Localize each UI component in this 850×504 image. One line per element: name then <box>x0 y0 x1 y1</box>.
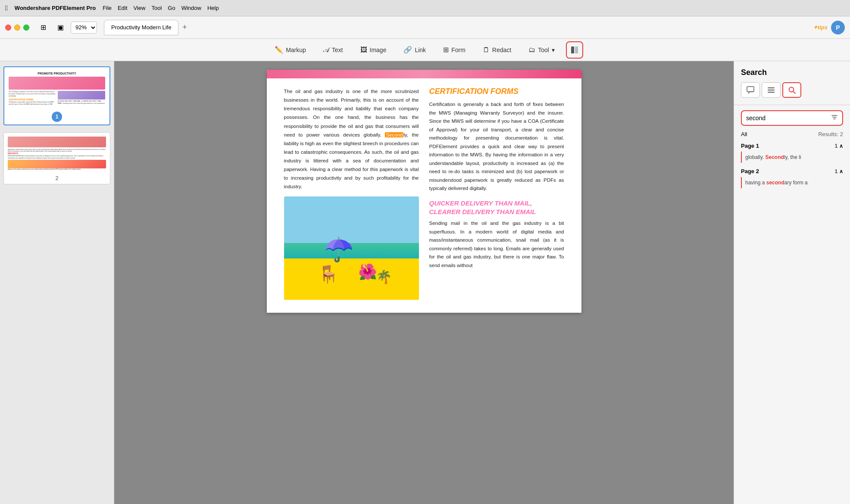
tool-chevron-icon: ▾ <box>552 47 555 53</box>
thumb2-text-3: Analysis of the quarter's performance ca… <box>8 168 106 170</box>
palm-icon: 🌴 <box>376 269 392 284</box>
svg-line-7 <box>793 91 795 93</box>
main-body-text-1: The oil and gas industry is one of the m… <box>284 87 419 191</box>
menu-view[interactable]: View <box>134 5 146 11</box>
thumb-title-1: PROMOTE PRODUCTIVITY <box>9 72 105 75</box>
page-thumb-2[interactable]: attachments, means that the person has t… <box>3 132 110 184</box>
pdf-area[interactable]: The oil and gas industry is one of the m… <box>114 61 734 504</box>
text-icon: 𝒜 <box>323 46 329 54</box>
results-count: Results: 2 <box>818 131 843 137</box>
search-page1-section: Page 1 1 ∧ globally. Secondly, the li <box>741 143 843 163</box>
pdf-body: The oil and gas industry is one of the m… <box>284 87 564 300</box>
svg-rect-4 <box>768 90 775 90</box>
thumb-img-placeholder <box>58 91 106 100</box>
comment-tab[interactable] <box>741 82 760 98</box>
panel-toggle-button[interactable] <box>566 41 583 59</box>
apple-icon:  <box>5 4 8 12</box>
tool-icon: 🗂 <box>528 46 535 54</box>
page-num-1: 1 <box>52 112 62 122</box>
list-tab[interactable] <box>762 82 781 98</box>
avatar[interactable]: P <box>831 21 845 34</box>
result2-highlight: second <box>766 180 784 186</box>
page2-label: Page 2 <box>741 168 759 174</box>
pdf-right-col: CERTIFICATION FORMS Certification is gen… <box>429 87 564 300</box>
highlighted-word: Second <box>385 132 403 137</box>
search-tabs <box>741 82 843 98</box>
menu-window[interactable]: Window <box>181 5 201 11</box>
add-tab-button[interactable]: + <box>178 22 191 34</box>
svg-rect-0 <box>571 47 574 53</box>
result1-after: ly, the li <box>784 154 801 160</box>
form-button[interactable]: ⊞ Form <box>435 41 473 59</box>
pdf-left-col: The oil and gas industry is one of the m… <box>284 87 419 300</box>
text-button[interactable]: 𝒜 Text <box>316 41 351 59</box>
page1-label: Page 1 <box>741 143 759 149</box>
search-input[interactable] <box>746 115 828 121</box>
link-icon: 🔗 <box>403 46 412 54</box>
menu-edit[interactable]: Edit <box>118 5 127 11</box>
minimize-button[interactable] <box>14 25 20 31</box>
markup-icon: ✏️ <box>275 46 283 54</box>
edit-toolbar: ✏️ Markup 𝒜 Text 🖼 Image 🔗 Link ⊞ Form 🗒… <box>0 39 850 61</box>
menu-tool[interactable]: Tool <box>151 5 162 11</box>
image-button[interactable]: 🖼 Image <box>353 41 394 59</box>
result1-highlight: Second <box>765 154 784 160</box>
page1-count: 1 <box>834 143 838 149</box>
sending-text: Sending mail in the oil and the gas indu… <box>429 219 564 270</box>
search-tab-btn[interactable] <box>782 82 801 98</box>
thumb2-text: attachments, means that the person has t… <box>8 149 106 152</box>
page-thumb-1[interactable]: PROMOTE PRODUCTIVITY The oil and gas ind… <box>3 66 110 125</box>
all-label: All <box>741 131 747 137</box>
image-icon: 🖼 <box>360 46 367 54</box>
thumb-cert-title: CERTIFICATION FORMS <box>9 98 56 101</box>
thumb-cert-text: Certification is generally a back and fo… <box>9 101 56 106</box>
grid-view-button[interactable]: ⊞ <box>36 21 50 34</box>
redact-button[interactable]: 🗒 Redact <box>475 41 519 59</box>
menubar:  Wondershare PDFElement Pro File Edit V… <box>0 0 850 16</box>
sidebar: PROMOTE PRODUCTIVITY The oil and gas ind… <box>0 61 114 504</box>
page1-chevron-icon[interactable]: ∧ <box>839 143 843 149</box>
toolbar-left: ⊞ ▣ 92% <box>5 21 97 34</box>
tool-button[interactable]: 🗂 Tool ▾ <box>521 41 562 59</box>
menu-help[interactable]: Help <box>207 5 219 11</box>
tips-logo: ✦tips <box>813 24 828 31</box>
search-all-row: All Results: 2 <box>741 131 843 137</box>
close-button[interactable] <box>5 25 11 31</box>
menu-go[interactable]: Go <box>168 5 175 11</box>
document-tab[interactable]: Productivity Modern Life <box>104 20 178 35</box>
thumb2-title: REPORTS <box>8 152 106 155</box>
redact-icon: 🗒 <box>483 46 490 54</box>
tab-bar: Productivity Modern Life + <box>104 20 809 35</box>
search-result-1[interactable]: globally. Secondly, the li <box>741 152 843 163</box>
search-result-2[interactable]: having a secondary form a <box>741 177 843 188</box>
page2-count: 1 <box>834 168 838 174</box>
page2-chevron-icon[interactable]: ∧ <box>839 168 843 174</box>
search-page2-section: Page 2 1 ∧ having a secondary form a <box>741 168 843 188</box>
flower-icon: 🌺 <box>358 263 377 281</box>
search-page1-header: Page 1 1 ∧ <box>741 143 843 149</box>
link-button[interactable]: 🔗 Link <box>396 41 434 59</box>
zoom-select[interactable]: 92% <box>71 22 97 34</box>
form-icon: ⊞ <box>443 46 449 54</box>
cert-body-text: Certification is generally a back and fo… <box>429 100 564 193</box>
traffic-lights <box>5 25 29 31</box>
search-title: Search <box>741 68 843 77</box>
filter-icon[interactable] <box>831 114 838 122</box>
thumb-text-right: QUICKER DELIVERY THAN MAIL, CLEARER DELI… <box>58 100 106 105</box>
search-results: All Results: 2 Page 1 1 ∧ globally. Seco… <box>734 126 850 199</box>
result2-after: ary form a <box>784 180 808 186</box>
pdf-page-1: The oil and gas industry is one of the m… <box>267 70 581 313</box>
main-layout: PROMOTE PRODUCTIVITY The oil and gas ind… <box>0 61 850 504</box>
maximize-button[interactable] <box>23 25 29 31</box>
search-page2-header: Page 2 1 ∧ <box>741 168 843 174</box>
thumb-image-2: attachments, means that the person has t… <box>6 134 108 172</box>
top-toolbar: ⊞ ▣ 92% Productivity Modern Life + ✦tips… <box>0 16 850 39</box>
beach-image: ☂️ 🪑 🌴 🌺 <box>284 196 419 300</box>
menu-file[interactable]: File <box>103 5 112 11</box>
result1-before: globally. <box>745 154 765 160</box>
panel-view-button[interactable]: ▣ <box>53 21 67 34</box>
markup-button[interactable]: ✏️ Markup <box>267 41 314 59</box>
search-panel-header: Search <box>734 61 850 105</box>
thumb-image-1: PROMOTE PRODUCTIVITY The oil and gas ind… <box>6 69 108 109</box>
search-panel: Search All Results: 2 <box>734 61 850 504</box>
